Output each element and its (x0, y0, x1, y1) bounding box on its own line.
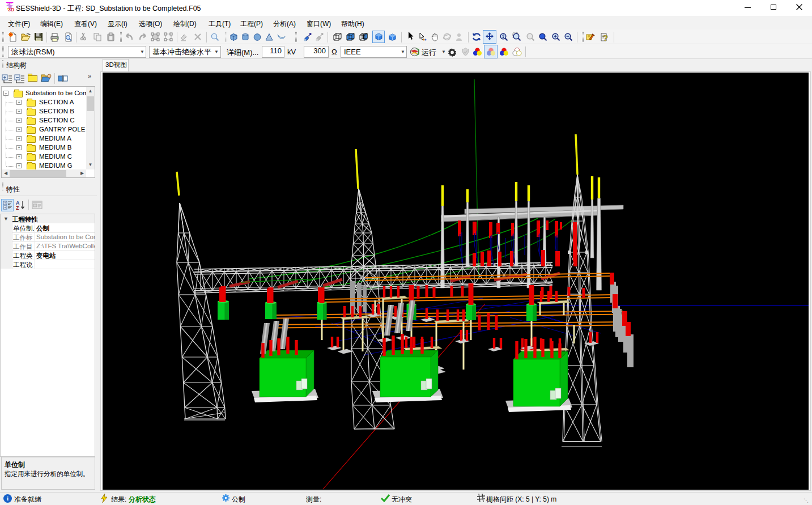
svg-text:3D: 3D (8, 7, 14, 12)
svg-text:?: ? (603, 33, 608, 42)
svg-text:Z: Z (16, 205, 19, 211)
